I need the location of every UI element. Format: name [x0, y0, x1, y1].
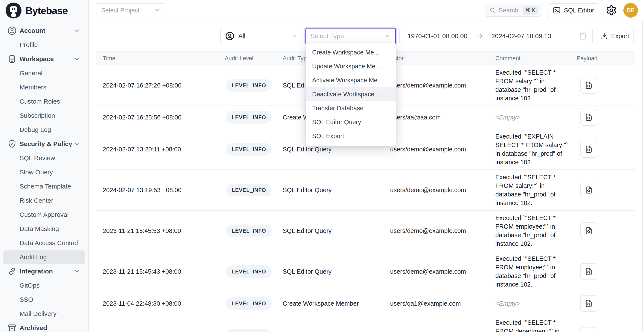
brand-logo[interactable]: Bytebase: [0, 0, 88, 21]
table-row: 2024-02-07 13:19:53 +08:00LEVEL_INFOSQL …: [96, 170, 635, 211]
sidebar-item-workspace[interactable]: Workspace: [3, 52, 85, 66]
menu-item-update-workspace-me[interactable]: Update Workspace Me...: [306, 59, 396, 73]
sidebar-item-label: Archived: [20, 324, 47, 332]
table-row: 2023-11-21 15:45:53 +08:00LEVEL_INFOSQL …: [96, 211, 635, 251]
column-header-payload: Payload: [574, 55, 635, 62]
sidebar-item-security-policy[interactable]: Security & Policy: [3, 137, 85, 151]
search-placeholder: Search: [498, 7, 520, 14]
type-filter-menu: Create Workspace Me...Update Workspace M…: [306, 43, 396, 146]
sidebar-item-label: Custom Roles: [20, 98, 60, 105]
level-badge: LEVEL_INFO: [226, 225, 272, 237]
sidebar-item-label: Integration: [20, 268, 53, 275]
payload-button[interactable]: [580, 295, 597, 312]
sidebar-item-label: Profile: [20, 41, 38, 48]
sidebar-item-label: Mail Delivery: [20, 310, 56, 318]
cell-payload: [574, 109, 635, 126]
project-select[interactable]: Select Project: [96, 3, 165, 17]
sidebar-item-account[interactable]: Account: [3, 24, 85, 38]
sidebar-item-label: Account: [20, 27, 45, 34]
actor-filter-select[interactable]: All: [220, 28, 302, 44]
sql-editor-label: SQL Editor: [564, 7, 594, 14]
person-circle-icon: [225, 31, 235, 41]
payload-button[interactable]: [580, 222, 597, 239]
sidebar-item-label: Schema Template: [20, 183, 71, 190]
sidebar-item-custom-roles[interactable]: Custom Roles: [3, 94, 85, 109]
cell-audit-level: LEVEL_INFO: [222, 265, 280, 278]
payload-button[interactable]: [580, 263, 597, 280]
date-range-picker[interactable]: 1970-01-01 08:00:00 2024-02-07 18:09:13: [399, 28, 593, 44]
account-icon: [7, 26, 17, 36]
file-search-icon: [584, 81, 593, 90]
sidebar-item-debug-log[interactable]: Debug Log: [3, 123, 85, 137]
date-to-value: 2024-02-07 18:09:13: [492, 32, 552, 40]
sidebar-item-sso[interactable]: SSO: [3, 293, 85, 307]
search-shortcut-badge: ⌘ K: [523, 6, 538, 14]
file-search-icon: [584, 226, 593, 235]
cell-comment: Executed `"SELECT * FROM salary;"` in da…: [493, 68, 574, 103]
sidebar-item-mail-delivery[interactable]: Mail Delivery: [3, 307, 85, 321]
settings-button[interactable]: [606, 5, 617, 16]
cell-audit-type: SQL Editor Query: [280, 146, 388, 153]
brand-name: Bytebase: [25, 5, 68, 16]
sidebar-item-archived[interactable]: Archived: [3, 321, 85, 332]
chevron-down-icon: [74, 56, 80, 62]
sidebar-item-integration[interactable]: Integration: [3, 264, 85, 278]
menu-item-create-workspace-me[interactable]: Create Workspace Me...: [306, 45, 396, 59]
account-icon: [7, 26, 17, 36]
cell-payload: [574, 222, 635, 239]
cell-audit-level: LEVEL_INFO: [222, 184, 280, 196]
archive-icon: [7, 323, 17, 332]
cell-actor: users/demo@example.com: [388, 146, 493, 153]
export-button[interactable]: Export: [596, 28, 634, 44]
column-header-audit-level: Audit Level: [222, 55, 280, 62]
avatar[interactable]: DE: [624, 3, 638, 17]
download-icon: [600, 32, 608, 40]
cell-comment: Executed `"SELECT * FROM department;"` i…: [493, 318, 574, 332]
level-badge: LEVEL_INFO: [226, 329, 272, 332]
sidebar-item-schema-template[interactable]: Schema Template: [3, 179, 85, 193]
type-filter-placeholder: Select Type: [310, 32, 382, 40]
cell-audit-level: LEVEL_INFO: [222, 143, 280, 156]
menu-item-sql-export[interactable]: SQL Export: [306, 129, 396, 143]
sidebar-item-members[interactable]: Members: [3, 80, 85, 94]
sidebar-item-label: Custom Approval: [20, 211, 68, 218]
level-badge: LEVEL_INFO: [226, 111, 272, 124]
payload-button[interactable]: [580, 109, 597, 126]
sidebar-item-gitops[interactable]: GitOps: [3, 278, 85, 293]
payload-button[interactable]: [580, 327, 597, 332]
sidebar-item-general[interactable]: General: [3, 66, 85, 80]
search-input[interactable]: Search ⌘ K: [485, 4, 541, 17]
cell-comment: Executed `"EXPLAIN SELECT * FROM salary;…: [493, 132, 574, 166]
topbar: Select Project Search ⌘ K SQL Editor DE: [89, 0, 644, 21]
bytebase-logo-icon: [6, 2, 22, 18]
cell-time: 2023-11-21 15:45:53 +08:00: [96, 227, 222, 234]
sidebar-item-sql-review[interactable]: SQL Review: [3, 151, 85, 165]
sidebar-item-risk-center[interactable]: Risk Center: [3, 193, 85, 208]
file-search-icon: [584, 145, 593, 154]
cell-payload: [574, 263, 635, 280]
sidebar-item-data-masking[interactable]: Data Masking: [3, 222, 85, 236]
type-filter-select[interactable]: Select Type: [306, 28, 396, 44]
menu-item-sql-editor-query[interactable]: SQL Editor Query: [306, 115, 396, 129]
menu-item-transfer-database[interactable]: Transfer Database: [306, 101, 396, 115]
chevron-down-icon: [74, 141, 80, 147]
sidebar-item-audit-log[interactable]: Audit Log: [3, 250, 85, 264]
sidebar-item-data-access-control[interactable]: Data Access Control: [3, 236, 85, 250]
sidebar-item-subscription[interactable]: Subscription: [3, 109, 85, 123]
chevron-down-icon: [74, 268, 80, 275]
payload-button[interactable]: [580, 77, 597, 94]
cell-actor: users/qa1@example.com: [388, 300, 493, 307]
scrollbar[interactable]: [642, 21, 643, 331]
menu-item-activate-workspace-me[interactable]: Activate Workspace Me...: [306, 73, 396, 87]
sidebar-item-label: Slow Query: [20, 168, 53, 176]
sidebar-item-label: Data Masking: [20, 225, 59, 232]
payload-button[interactable]: [580, 141, 597, 158]
cell-payload: [574, 295, 635, 312]
menu-item-deactivate-workspace[interactable]: Deactivate Workspace ...: [306, 87, 396, 101]
sidebar-item-slow-query[interactable]: Slow Query: [3, 165, 85, 179]
cell-comment: <Empty>: [493, 113, 574, 122]
payload-button[interactable]: [580, 182, 597, 198]
sidebar-item-profile[interactable]: Profile: [3, 38, 85, 52]
sql-editor-button[interactable]: SQL Editor: [548, 3, 599, 17]
sidebar-item-custom-approval[interactable]: Custom Approval: [3, 208, 85, 222]
